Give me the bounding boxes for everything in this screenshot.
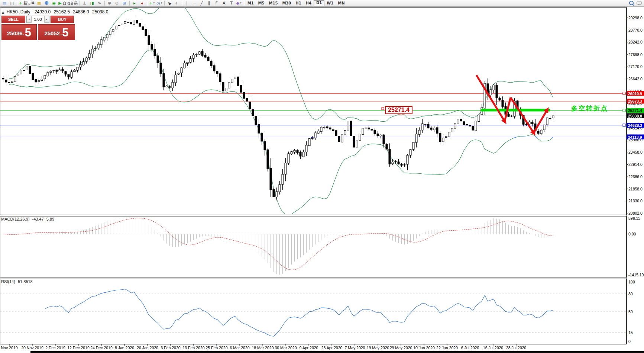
price-axis-tick: 26642.0 — [628, 77, 643, 81]
sell-price-main: 25036 — [7, 29, 23, 38]
date-axis-label: 30 Mar 2020 — [275, 346, 297, 350]
macd-label: MACD(12,26,9) -43.47 5.89 — [1, 217, 54, 221]
date-axis-label: Nov 2019 — [1, 346, 18, 350]
price-axis-tick: 28242.0 — [628, 40, 643, 44]
rsi-axis-tick: 50 — [628, 309, 633, 314]
date-axis-label: 13 Feb 2020 — [183, 346, 205, 350]
date-axis-label: 9 Apr 2020 — [300, 346, 318, 350]
ohlc-open: 24939.0 — [35, 9, 51, 15]
price-axis-tick: 22914.0 — [628, 162, 643, 167]
price-axis-tick: 22386.0 — [628, 174, 643, 179]
date-axis-label: 20 Nov 2019 — [21, 346, 43, 350]
price-axis-tick: 21330.0 — [628, 199, 643, 203]
price-axis-tick: 23458.0 — [628, 150, 643, 154]
date-axis-label: 22 Jun 2020 — [436, 346, 458, 350]
price-badge: 26010.9 — [627, 91, 644, 96]
price-badge: 24628.3 — [627, 123, 644, 128]
volume-up-button[interactable]: ▲ — [44, 16, 49, 23]
price-axis-tick: 21858.0 — [628, 187, 643, 191]
rsi-label: RSI(14) 51.8518 — [1, 279, 33, 284]
date-axis-label: 8 Jan 2020 — [115, 346, 134, 350]
date-axis-label: 2 Dec 2019 — [45, 346, 65, 350]
trading-platform-window: ▤◫+新订单▦☻◉▶自动交易⊥◨∿⊕⊖⊞▸◂+▾◷▾▲+│─╱∥FAT◆▾M1M… — [0, 0, 644, 353]
chart-header: ▲ HK50-,Daily 24939.0 25162.5 24836.0 25… — [2, 9, 108, 15]
volume-input[interactable]: 1.00 — [32, 16, 44, 23]
date-axis-label: 28 Jul 2020 — [506, 346, 526, 350]
one-click-trade-panel: SELL ▼ 1.00 ▲ BUY 25036 . 5 25052 . 5 — [1, 16, 75, 40]
price-badge: 25673.3 — [627, 99, 644, 103]
sell-price-display[interactable]: 25036 . 5 — [1, 24, 37, 40]
date-axis-label: 20 Jan 2020 — [137, 346, 158, 350]
rsi-value: 51.8518 — [18, 279, 33, 284]
rsi-axis-tick: 0 — [628, 339, 631, 344]
symbol-period-label: HK50-,Daily — [7, 9, 30, 15]
date-axis-label: 16 Jul 2020 — [483, 346, 503, 350]
price-axis-tick: 20802.0 — [628, 211, 643, 215]
rsi-axis-tick: 100 — [628, 280, 635, 284]
chart-canvas[interactable] — [0, 0, 644, 353]
date-axis-label: 25 Feb 2020 — [206, 346, 228, 350]
rsi-axis-tick: 80 — [628, 292, 633, 296]
buy-price-main: 25052 — [44, 29, 60, 38]
price-axis-tick: 27170.0 — [628, 64, 643, 69]
date-axis-label: 7 May 2020 — [345, 346, 365, 350]
ohlc-low: 24836.0 — [73, 9, 89, 15]
price-badge: 25038.0 — [627, 113, 644, 118]
macd-main-value: -43.47 — [32, 217, 43, 221]
buy-price-dot: . — [60, 29, 62, 38]
macd-name: MACD(12,26,9) — [1, 217, 29, 221]
volume-down-button[interactable]: ▼ — [27, 16, 32, 23]
ohlc-close: 25038.0 — [92, 9, 108, 15]
date-axis-label: 6 Jul 2020 — [461, 346, 479, 350]
ohlc-high: 25162.5 — [54, 9, 70, 15]
date-axis-label: 10 Jun 2020 — [413, 346, 435, 350]
price-badge: 25271.4 — [627, 108, 644, 113]
date-axis-label: 24 Dec 2019 — [90, 346, 113, 350]
chart-marker-icon: ▲ — [2, 11, 4, 14]
macd-axis-tick: 596.11 — [628, 216, 640, 221]
date-axis-label: 18 Mar 2020 — [252, 346, 274, 350]
date-axis-label: 3 Feb 2020 — [161, 346, 180, 350]
price-axis-tick: 28770.0 — [628, 28, 643, 32]
date-axis-label: 23 Apr 2020 — [321, 346, 343, 350]
price-badge: 24113.9 — [627, 135, 644, 139]
date-axis-label: 12 Dec 2019 — [67, 346, 90, 350]
rsi-axis-tick: 15 — [628, 330, 633, 335]
volume-stepper: ▼ 1.00 ▲ — [26, 16, 49, 23]
macd-signal-value: 5.89 — [46, 217, 54, 221]
buy-price-display[interactable]: 25052 . 5 — [38, 24, 75, 40]
buy-button[interactable]: BUY — [51, 16, 74, 23]
sell-price-dot: . — [23, 29, 25, 38]
bottom-window-edge — [30, 351, 644, 353]
date-axis-label: 19 May 2020 — [367, 346, 389, 350]
buy-price-big-digit: 5 — [62, 27, 68, 38]
price-axis-tick: 29298.0 — [628, 16, 643, 20]
sell-price-big-digit: 5 — [25, 27, 31, 38]
macd-axis-tick: 0.00 — [628, 232, 636, 236]
price-axis-tick: 27698.0 — [628, 52, 643, 57]
macd-axis-tick: -1415.19 — [628, 273, 644, 277]
date-axis-label: 29 May 2020 — [390, 346, 412, 350]
sell-button[interactable]: SELL — [1, 16, 25, 23]
rsi-name: RSI(14) — [1, 279, 15, 284]
price-annotation-box[interactable]: 25271.4 — [385, 106, 412, 114]
turning-point-annotation: 多空转折点 — [571, 104, 608, 113]
date-axis-label: 6 Mar 2020 — [230, 346, 249, 350]
